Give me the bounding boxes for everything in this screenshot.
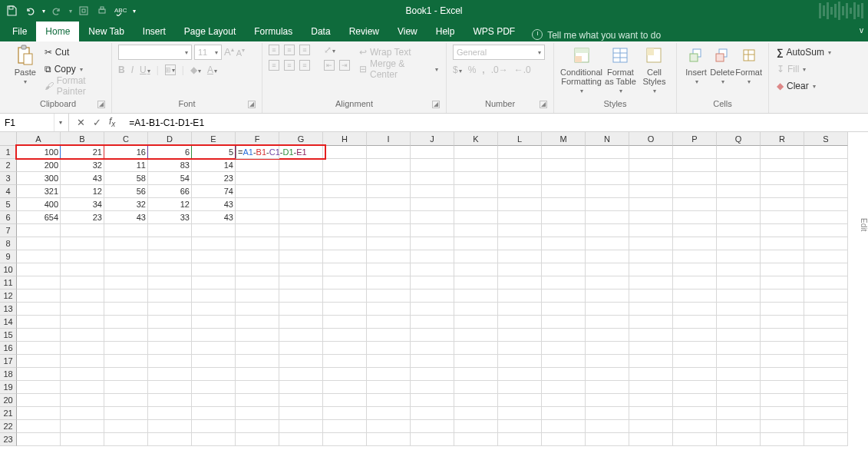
- cell[interactable]: [454, 368, 498, 381]
- row-header[interactable]: 22: [0, 420, 17, 433]
- cell[interactable]: [542, 172, 586, 185]
- cell[interactable]: [323, 276, 367, 290]
- alignment-launcher[interactable]: ◢: [432, 101, 440, 108]
- cell[interactable]: [323, 185, 367, 198]
- cell[interactable]: [17, 276, 61, 290]
- cell[interactable]: [673, 276, 717, 290]
- cell[interactable]: [323, 368, 367, 381]
- cell[interactable]: [717, 368, 761, 381]
- cell[interactable]: 12: [61, 185, 104, 198]
- cell[interactable]: [411, 250, 454, 263]
- cell[interactable]: 23: [192, 172, 236, 185]
- cell[interactable]: [17, 263, 61, 276]
- cell[interactable]: [192, 433, 236, 446]
- cell[interactable]: [148, 433, 192, 446]
- cell[interactable]: [673, 185, 717, 198]
- row-header[interactable]: 13: [0, 303, 17, 316]
- format-painter-button[interactable]: 🖌Format Painter: [43, 78, 105, 94]
- cell[interactable]: [148, 394, 192, 407]
- row-header[interactable]: 7: [0, 224, 17, 237]
- cell[interactable]: [148, 407, 192, 420]
- cell[interactable]: [454, 316, 498, 329]
- row-header[interactable]: 16: [0, 342, 17, 355]
- cell[interactable]: 33: [148, 211, 192, 224]
- cell[interactable]: [323, 159, 367, 172]
- cell[interactable]: [323, 172, 367, 185]
- cell[interactable]: [192, 407, 236, 420]
- cell[interactable]: [104, 276, 148, 290]
- cell[interactable]: 23: [61, 211, 104, 224]
- column-header[interactable]: R: [761, 132, 804, 146]
- cell[interactable]: [673, 237, 717, 250]
- cell[interactable]: [673, 146, 717, 159]
- cell[interactable]: [323, 355, 367, 368]
- cell[interactable]: [236, 290, 279, 303]
- cell[interactable]: 200: [17, 159, 61, 172]
- cell[interactable]: [717, 185, 761, 198]
- cell[interactable]: [148, 342, 192, 355]
- cell[interactable]: [761, 316, 804, 329]
- cell[interactable]: [367, 263, 411, 276]
- column-header[interactable]: D: [148, 132, 192, 146]
- cell[interactable]: [717, 407, 761, 420]
- cell[interactable]: [629, 237, 673, 250]
- cell[interactable]: [761, 237, 804, 250]
- cell[interactable]: [192, 420, 236, 433]
- cell[interactable]: [761, 185, 804, 198]
- tab-insert[interactable]: Insert: [134, 22, 175, 41]
- row-header[interactable]: 17: [0, 355, 17, 368]
- cell[interactable]: [586, 224, 629, 237]
- row-header[interactable]: 23: [0, 433, 17, 446]
- cell[interactable]: [411, 198, 454, 211]
- cell[interactable]: [411, 316, 454, 329]
- cell[interactable]: [279, 303, 323, 316]
- cell[interactable]: [717, 394, 761, 407]
- cell[interactable]: [761, 211, 804, 224]
- cell[interactable]: [673, 198, 717, 211]
- column-header[interactable]: P: [673, 132, 717, 146]
- cell[interactable]: [279, 342, 323, 355]
- cell[interactable]: [629, 250, 673, 263]
- cell[interactable]: [148, 276, 192, 290]
- cell[interactable]: [454, 290, 498, 303]
- row-header[interactable]: 15: [0, 329, 17, 342]
- cell[interactable]: =A1-B1-C1-D1-E1: [236, 146, 279, 159]
- cell[interactable]: [279, 407, 323, 420]
- cell[interactable]: [17, 355, 61, 368]
- comma-icon[interactable]: ,: [482, 65, 484, 75]
- cell[interactable]: [761, 159, 804, 172]
- cell[interactable]: [804, 276, 848, 290]
- cell[interactable]: [761, 329, 804, 342]
- cell[interactable]: [411, 276, 454, 290]
- cell[interactable]: [279, 237, 323, 250]
- cell[interactable]: [279, 276, 323, 290]
- cell[interactable]: [542, 394, 586, 407]
- cell[interactable]: [629, 381, 673, 394]
- row-header[interactable]: 21: [0, 407, 17, 420]
- column-header[interactable]: A: [17, 132, 61, 146]
- cell[interactable]: 66: [148, 185, 192, 198]
- cell[interactable]: [542, 237, 586, 250]
- cell[interactable]: [236, 224, 279, 237]
- cell[interactable]: [367, 211, 411, 224]
- cell[interactable]: [236, 303, 279, 316]
- cell[interactable]: [17, 433, 61, 446]
- cell[interactable]: [323, 303, 367, 316]
- accounting-icon[interactable]: $▾: [453, 65, 462, 75]
- align-right-icon[interactable]: ≡: [299, 60, 310, 71]
- cell[interactable]: [61, 355, 104, 368]
- cell[interactable]: [148, 303, 192, 316]
- cell[interactable]: [148, 237, 192, 250]
- cell[interactable]: [367, 316, 411, 329]
- cell[interactable]: [498, 407, 542, 420]
- cell[interactable]: [104, 237, 148, 250]
- cell[interactable]: [148, 420, 192, 433]
- column-header[interactable]: G: [279, 132, 323, 146]
- row-header[interactable]: 14: [0, 316, 17, 329]
- cell[interactable]: [367, 407, 411, 420]
- cell[interactable]: 32: [61, 159, 104, 172]
- dec-decimal-icon[interactable]: ←.0: [514, 65, 531, 75]
- cell[interactable]: [542, 276, 586, 290]
- cell[interactable]: [367, 172, 411, 185]
- name-box[interactable]: ▾: [0, 114, 69, 131]
